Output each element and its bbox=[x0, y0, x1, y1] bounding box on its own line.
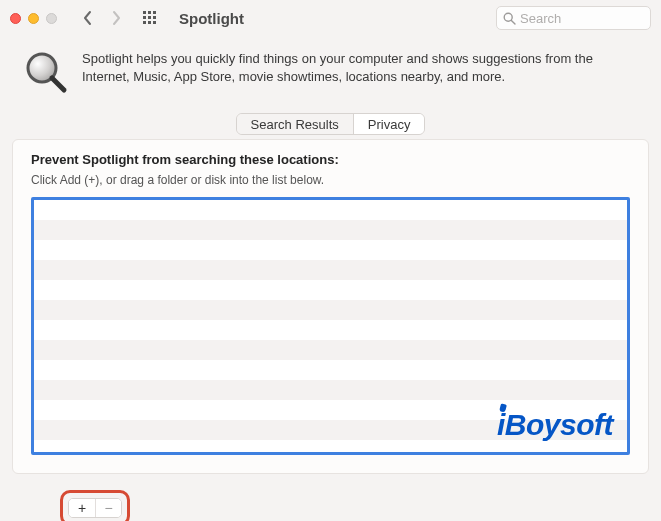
search-field[interactable]: Search bbox=[496, 6, 651, 30]
remove-button[interactable]: − bbox=[95, 499, 121, 517]
grid-icon[interactable] bbox=[139, 11, 161, 25]
privacy-heading: Prevent Spotlight from searching these l… bbox=[31, 152, 630, 167]
svg-line-12 bbox=[52, 78, 64, 90]
list-item bbox=[34, 440, 627, 455]
svg-rect-4 bbox=[148, 16, 151, 19]
svg-rect-7 bbox=[148, 21, 151, 24]
list-item bbox=[34, 260, 627, 280]
list-item bbox=[34, 200, 627, 220]
add-remove-controls: + − bbox=[68, 498, 122, 518]
tab-privacy[interactable]: Privacy bbox=[353, 114, 425, 134]
privacy-pane: Prevent Spotlight from searching these l… bbox=[12, 139, 649, 474]
spotlight-icon bbox=[24, 50, 68, 97]
list-item bbox=[34, 360, 627, 380]
header-description: Spotlight helps you quickly find things … bbox=[82, 50, 637, 97]
list-item bbox=[34, 240, 627, 260]
list-item bbox=[34, 220, 627, 240]
back-button[interactable] bbox=[77, 7, 99, 29]
svg-rect-0 bbox=[143, 11, 146, 14]
zoom-button bbox=[46, 13, 57, 24]
titlebar: Spotlight Search bbox=[0, 0, 661, 36]
search-placeholder: Search bbox=[520, 11, 561, 26]
list-item bbox=[34, 320, 627, 340]
forward-button bbox=[105, 7, 127, 29]
content-panel: Search Results Privacy Prevent Spotlight… bbox=[12, 113, 649, 488]
window-title: Spotlight bbox=[179, 10, 490, 27]
svg-rect-3 bbox=[143, 16, 146, 19]
svg-rect-8 bbox=[153, 21, 156, 24]
svg-rect-6 bbox=[143, 21, 146, 24]
svg-rect-2 bbox=[153, 11, 156, 14]
minimize-button[interactable] bbox=[28, 13, 39, 24]
list-item bbox=[34, 280, 627, 300]
window-controls bbox=[10, 13, 57, 24]
list-item bbox=[34, 380, 627, 400]
svg-rect-1 bbox=[148, 11, 151, 14]
header: Spotlight helps you quickly find things … bbox=[0, 36, 661, 117]
add-button[interactable]: + bbox=[69, 499, 95, 517]
tab-bar: Search Results Privacy bbox=[12, 113, 649, 135]
close-button[interactable] bbox=[10, 13, 21, 24]
list-item bbox=[34, 300, 627, 320]
privacy-subheading: Click Add (+), or drag a folder or disk … bbox=[31, 173, 630, 187]
list-item bbox=[34, 340, 627, 360]
tab-search-results[interactable]: Search Results bbox=[237, 114, 353, 134]
svg-rect-5 bbox=[153, 16, 156, 19]
watermark: iBoysoft bbox=[497, 408, 613, 442]
svg-line-10 bbox=[511, 20, 515, 24]
privacy-locations-list[interactable]: iBoysoft bbox=[31, 197, 630, 455]
add-remove-highlight: + − bbox=[60, 490, 130, 521]
